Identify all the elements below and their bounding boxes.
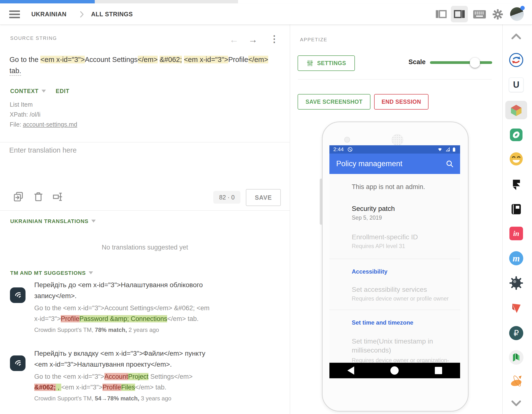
settings-button-label: SETTINGS <box>317 60 346 67</box>
tm-title: TM AND MT SUGGESTIONS <box>10 270 86 276</box>
breadcrumb-language[interactable]: UKRAINIAN <box>31 11 66 18</box>
phone-appbar: Policy management <box>329 154 460 174</box>
divider <box>0 142 290 142</box>
context-file-link[interactable]: account-settings.md <box>23 121 77 128</box>
save-screenshot-button[interactable]: SAVE SCREENSHOT <box>298 94 370 110</box>
settings-button[interactable]: SETTINGS <box>298 55 355 71</box>
section-header: Set time and timezone <box>352 319 454 326</box>
layout-right-toggle[interactable] <box>451 6 468 22</box>
tm-suggestion[interactable]: Перейдіть у вкладку <em x-id="3">Файли</… <box>34 348 213 402</box>
medium-icon[interactable] <box>508 350 524 365</box>
minesweeper-icon[interactable] <box>508 275 524 291</box>
context-type: List Item <box>10 100 77 110</box>
suggestion-source-diff: Go to the <em x-id="3">Account Settings<… <box>34 303 213 324</box>
framer-icon[interactable] <box>508 177 524 192</box>
tm-collapse-icon[interactable] <box>89 271 93 274</box>
list-item[interactable]: Set accessibility services Requires devi… <box>352 286 454 302</box>
list-divider <box>329 259 460 259</box>
phone-app-title: Policy management <box>336 159 446 168</box>
context-edit-button[interactable]: EDIT <box>56 88 69 94</box>
battery-icon <box>452 146 456 152</box>
menu-icon[interactable] <box>9 9 20 20</box>
panel-divider <box>290 24 290 414</box>
section-header: Accessibility <box>352 268 454 275</box>
suggestion-source-diff: Go to the <em x-id="3">AccountProject Se… <box>34 371 213 393</box>
collapse-down-icon[interactable] <box>508 395 524 411</box>
breadcrumb-chevron-icon <box>79 11 85 18</box>
marvel-icon[interactable]: m <box>508 250 524 266</box>
list-item[interactable]: Set time(Unix timestamp in milliseconds)… <box>352 337 454 363</box>
keyboard-icon[interactable] <box>473 10 486 19</box>
end-session-button[interactable]: END SESSION <box>374 94 428 110</box>
translations-collapse-icon[interactable] <box>91 220 96 222</box>
notebook-icon[interactable] <box>508 202 524 217</box>
context-file: File: account-settings.md <box>10 120 77 129</box>
translate-sync-icon[interactable] <box>508 52 524 68</box>
phone-statusbar: 2:44 <box>329 145 460 154</box>
save-button[interactable]: SAVE <box>246 189 281 206</box>
red-arrow-icon[interactable] <box>508 300 524 315</box>
next-string-button[interactable]: → <box>248 35 257 45</box>
invision-icon[interactable]: in <box>508 226 524 241</box>
layout-right-icon <box>454 10 465 19</box>
phone-screen[interactable]: 2:44 Policy management <box>329 145 460 378</box>
context-label[interactable]: CONTEXT <box>10 88 39 94</box>
collapse-up-icon[interactable] <box>508 29 524 44</box>
layout-left-icon[interactable] <box>436 10 447 19</box>
sliders-icon <box>306 59 314 67</box>
divider <box>298 79 492 79</box>
context-xpath: XPath: /ol/li <box>10 110 77 120</box>
recents-icon[interactable] <box>435 367 442 374</box>
crowdin-logo-icon <box>10 288 26 303</box>
home-icon[interactable] <box>390 366 399 375</box>
context-header: CONTEXT EDIT <box>10 88 69 95</box>
suggestion-target-text: Перейдіть до <em x-id="3">Налаштування о… <box>34 279 213 301</box>
crowdin-logo-icon <box>10 356 26 371</box>
wifi-icon <box>437 146 443 152</box>
smiley-icon[interactable] <box>508 151 524 167</box>
divider <box>0 210 290 211</box>
u-tile-icon[interactable]: U <box>508 77 524 93</box>
admin-notice: This app is not an admin. <box>352 183 454 191</box>
lookback-icon[interactable] <box>508 127 524 143</box>
list-divider <box>329 310 460 310</box>
phone-speaker <box>392 134 403 146</box>
char-counter: 82 · 0 <box>213 191 240 204</box>
tm-suggestion-icon <box>10 288 26 303</box>
translation-input[interactable] <box>9 146 279 186</box>
no-translations-message: No translations suggested yet <box>0 244 290 251</box>
translations-title: UKRAINIAN TRANSLATIONS <box>10 218 88 224</box>
suggestion-target-text: Перейдіть у вкладку <em x-id="3">Файли</… <box>34 348 213 370</box>
phone-content: This app is not an admin. Security patch… <box>329 174 460 363</box>
replace-text-icon[interactable] <box>52 191 64 203</box>
prev-string-button[interactable]: ← <box>229 35 238 45</box>
list-item[interactable]: Security patch Sep 5, 2019 <box>352 205 454 221</box>
scale-label: Scale <box>405 58 426 66</box>
gear-icon[interactable] <box>492 9 503 20</box>
sidebar-divider <box>502 24 503 414</box>
android-q-icon <box>347 146 353 152</box>
scale-slider-track[interactable] <box>430 61 492 64</box>
search-icon[interactable] <box>446 160 454 168</box>
list-item[interactable]: Enrollment-specific ID Requires API leve… <box>352 233 454 250</box>
delete-icon[interactable] <box>33 191 44 203</box>
page-load-progress-fill <box>0 0 95 3</box>
more-options-icon[interactable]: ⋮ <box>270 34 279 44</box>
tm-suggestion[interactable]: Перейдіть до <em x-id="3">Налаштування о… <box>34 279 213 333</box>
suggestion-meta: Crowdin Support's TM, 78% match, 2 years… <box>34 327 213 333</box>
back-icon[interactable] <box>347 366 354 375</box>
translations-header[interactable]: UKRAINIAN TRANSLATIONS <box>10 218 96 224</box>
breadcrumb-all-strings[interactable]: ALL STRINGS <box>91 11 133 18</box>
source-string-text: Go to the <em x-id="3">Account Settings<… <box>10 54 280 76</box>
proto-p-icon[interactable]: ₽ <box>508 325 524 341</box>
scale-slider-thumb[interactable] <box>470 58 480 68</box>
tm-suggestion-icon <box>10 356 26 371</box>
context-collapse-icon[interactable] <box>42 90 46 93</box>
copy-source-icon[interactable] <box>13 191 24 203</box>
appetize-cube-icon[interactable] <box>508 102 524 118</box>
zeplin-icon[interactable] <box>508 374 524 389</box>
context-body: List Item XPath: /ol/li File: account-se… <box>10 100 77 129</box>
phone-navbar <box>329 363 460 378</box>
appetize-title: APPETIZE <box>300 37 327 42</box>
tm-header[interactable]: TM AND MT SUGGESTIONS <box>10 270 93 276</box>
